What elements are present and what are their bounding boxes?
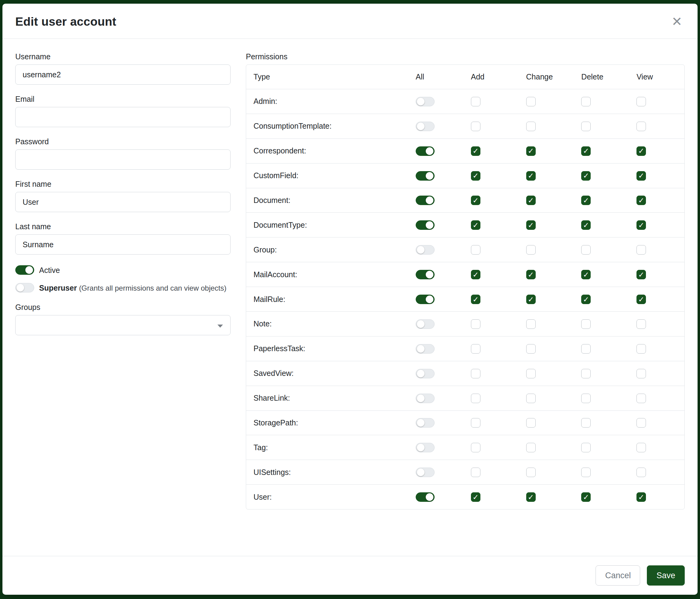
permission-add-checkbox[interactable] xyxy=(471,220,480,230)
toggle-knob xyxy=(426,221,433,229)
first-name-input[interactable] xyxy=(15,192,231,212)
permission-change-checkbox[interactable] xyxy=(526,270,536,279)
permission-change-checkbox[interactable] xyxy=(526,97,536,106)
permission-all-toggle[interactable] xyxy=(416,295,434,304)
permission-add-checkbox[interactable] xyxy=(471,418,480,428)
col-header-add: Add xyxy=(464,65,519,89)
permission-all-toggle[interactable] xyxy=(416,220,434,230)
permission-all-toggle[interactable] xyxy=(416,171,434,181)
permission-delete-checkbox[interactable] xyxy=(581,122,591,131)
permission-all-toggle[interactable] xyxy=(416,196,434,205)
permission-change-checkbox[interactable] xyxy=(526,393,536,403)
permission-delete-checkbox[interactable] xyxy=(581,443,591,452)
permission-add-checkbox[interactable] xyxy=(471,146,480,156)
permission-view-checkbox[interactable] xyxy=(636,468,646,477)
permission-add-checkbox[interactable] xyxy=(471,270,480,279)
permission-change-checkbox[interactable] xyxy=(526,418,536,428)
permission-all-toggle[interactable] xyxy=(416,270,434,279)
permission-change-checkbox[interactable] xyxy=(526,344,536,354)
username-input[interactable] xyxy=(15,65,231,85)
permission-view-checkbox[interactable] xyxy=(636,171,646,181)
permission-add-checkbox[interactable] xyxy=(471,319,480,329)
permission-view-checkbox[interactable] xyxy=(636,270,646,279)
permission-delete-checkbox[interactable] xyxy=(581,295,591,304)
permission-add-checkbox[interactable] xyxy=(471,468,480,477)
permission-delete-checkbox[interactable] xyxy=(581,146,591,156)
superuser-toggle[interactable] xyxy=(15,283,34,292)
permission-delete-checkbox[interactable] xyxy=(581,468,591,477)
permission-view-checkbox[interactable] xyxy=(636,245,646,255)
permission-delete-checkbox[interactable] xyxy=(581,196,591,205)
permission-change-checkbox[interactable] xyxy=(526,220,536,230)
permission-add-checkbox[interactable] xyxy=(471,369,480,378)
permission-all-toggle[interactable] xyxy=(416,319,434,329)
permission-all-toggle[interactable] xyxy=(416,393,434,403)
permission-view-checkbox[interactable] xyxy=(636,418,646,428)
permission-delete-checkbox[interactable] xyxy=(581,418,591,428)
permission-change-checkbox[interactable] xyxy=(526,492,536,502)
permission-change-checkbox[interactable] xyxy=(526,245,536,255)
permission-view-checkbox[interactable] xyxy=(636,319,646,329)
permission-add-checkbox[interactable] xyxy=(471,122,480,131)
save-button[interactable]: Save xyxy=(647,566,685,585)
permission-change-checkbox[interactable] xyxy=(526,295,536,304)
permission-delete-checkbox[interactable] xyxy=(581,220,591,230)
permission-change-checkbox[interactable] xyxy=(526,443,536,452)
permission-all-toggle[interactable] xyxy=(416,492,434,502)
permission-add-checkbox[interactable] xyxy=(471,196,480,205)
permission-change-checkbox[interactable] xyxy=(526,122,536,131)
permission-view-checkbox[interactable] xyxy=(636,146,646,156)
permission-add-checkbox[interactable] xyxy=(471,97,480,106)
permission-view-checkbox[interactable] xyxy=(636,122,646,131)
permission-view-checkbox[interactable] xyxy=(636,196,646,205)
permission-delete-checkbox[interactable] xyxy=(581,393,591,403)
permission-all-toggle[interactable] xyxy=(416,245,434,255)
permission-all-toggle[interactable] xyxy=(416,146,434,156)
permission-view-checkbox[interactable] xyxy=(636,393,646,403)
permission-change-checkbox[interactable] xyxy=(526,369,536,378)
permission-view-checkbox[interactable] xyxy=(636,369,646,378)
permission-all-toggle[interactable] xyxy=(416,344,434,354)
permission-all-toggle[interactable] xyxy=(416,97,434,106)
cancel-button[interactable]: Cancel xyxy=(596,566,640,585)
permission-delete-checkbox[interactable] xyxy=(581,492,591,502)
permission-add-checkbox[interactable] xyxy=(471,171,480,181)
permission-all-toggle[interactable] xyxy=(416,418,434,428)
last-name-input[interactable] xyxy=(15,234,231,255)
permission-delete-checkbox[interactable] xyxy=(581,344,591,354)
close-icon[interactable]: ✕ xyxy=(669,14,685,29)
active-toggle[interactable] xyxy=(15,265,34,275)
permission-view-checkbox[interactable] xyxy=(636,295,646,304)
permission-all-toggle[interactable] xyxy=(416,468,434,477)
permission-view-checkbox[interactable] xyxy=(636,97,646,106)
permission-all-toggle[interactable] xyxy=(416,122,434,131)
password-field[interactable] xyxy=(15,149,231,170)
groups-select[interactable] xyxy=(15,315,231,335)
permission-change-checkbox[interactable] xyxy=(526,196,536,205)
permission-change-checkbox[interactable] xyxy=(526,319,536,329)
permission-all-toggle[interactable] xyxy=(416,443,434,452)
permission-delete-checkbox[interactable] xyxy=(581,319,591,329)
permission-add-checkbox[interactable] xyxy=(471,393,480,403)
permission-all-toggle[interactable] xyxy=(416,369,434,378)
permission-delete-checkbox[interactable] xyxy=(581,171,591,181)
permission-change-checkbox[interactable] xyxy=(526,171,536,181)
permission-view-checkbox[interactable] xyxy=(636,492,646,502)
permission-add-checkbox[interactable] xyxy=(471,344,480,354)
permission-delete-checkbox[interactable] xyxy=(581,245,591,255)
email-field[interactable] xyxy=(15,107,231,127)
permission-delete-checkbox[interactable] xyxy=(581,97,591,106)
permission-add-checkbox[interactable] xyxy=(471,492,480,502)
permissions-table-body: Admin:ConsumptionTemplate:Correspondent:… xyxy=(246,89,684,509)
permission-add-checkbox[interactable] xyxy=(471,443,480,452)
permission-add-checkbox[interactable] xyxy=(471,295,480,304)
permission-view-checkbox[interactable] xyxy=(636,443,646,452)
permission-type-label: MailRule: xyxy=(246,287,408,312)
permission-view-checkbox[interactable] xyxy=(636,220,646,230)
permission-view-checkbox[interactable] xyxy=(636,344,646,354)
permission-add-checkbox[interactable] xyxy=(471,245,480,255)
permission-delete-checkbox[interactable] xyxy=(581,270,591,279)
permission-change-checkbox[interactable] xyxy=(526,146,536,156)
permission-delete-checkbox[interactable] xyxy=(581,369,591,378)
permission-change-checkbox[interactable] xyxy=(526,468,536,477)
